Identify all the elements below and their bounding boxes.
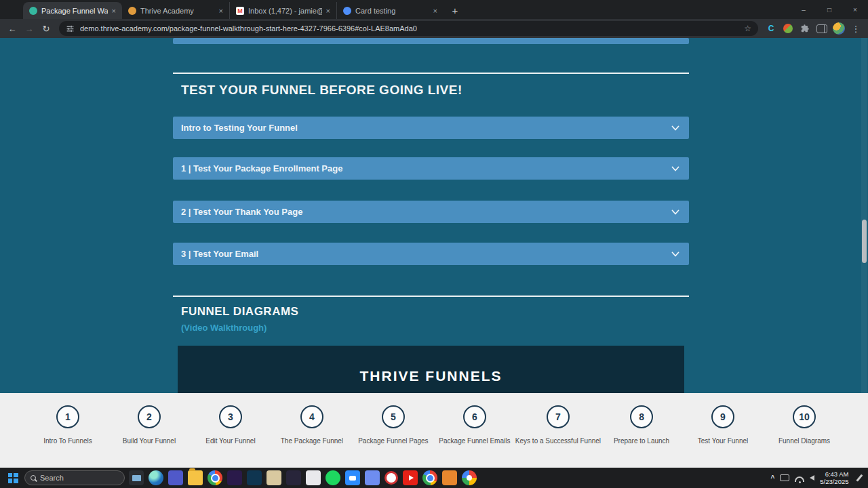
- address-bar[interactable]: demo.thrive-academy.com/package-funnel-w…: [59, 21, 758, 36]
- profile-avatar[interactable]: [832, 22, 846, 35]
- chrome-icon[interactable]: [208, 470, 222, 485]
- pen-icon[interactable]: [856, 474, 863, 482]
- tab-gmail-inbox[interactable]: M Inbox (1,472) - jamie@thrive-a ×: [229, 2, 336, 19]
- step-the-package-funnel[interactable]: 4 The Package Funnel: [271, 405, 353, 468]
- refresh-button[interactable]: ↻: [39, 24, 53, 34]
- new-tab-button[interactable]: +: [446, 2, 464, 19]
- taskbar: ^ 6:43 AM 5/23/2025: [0, 468, 868, 488]
- photoshop-icon[interactable]: [247, 470, 262, 485]
- tray-expand-icon[interactable]: ^: [770, 474, 774, 482]
- accordion-test-thank-you-page[interactable]: 2 | Test Your Thank You Page: [173, 201, 689, 223]
- monitor-app-icon[interactable]: [129, 470, 144, 485]
- section-divider: [173, 73, 689, 74]
- step-build-your-funnel[interactable]: 2 Build Your Funnel: [108, 405, 190, 468]
- chevron-down-icon: [670, 163, 681, 174]
- scrollbar-thumb[interactable]: [862, 220, 867, 263]
- step-package-funnel-pages[interactable]: 5 Package Funnel Pages: [353, 405, 434, 468]
- spotify-icon[interactable]: [326, 470, 340, 485]
- step-label: Funnel Diagrams: [778, 437, 830, 445]
- volume-icon[interactable]: [810, 475, 814, 481]
- paint-app-icon[interactable]: [462, 470, 477, 485]
- extension-colorpick-icon[interactable]: [781, 24, 795, 33]
- clock-time: 6:43 AM: [820, 470, 848, 478]
- extensions-puzzle-icon[interactable]: [798, 24, 812, 33]
- bookmark-star-icon[interactable]: ☆: [744, 24, 751, 33]
- step-label: Edit Your Funnel: [205, 437, 255, 445]
- taskbar-search[interactable]: [24, 470, 125, 485]
- edge-icon[interactable]: [149, 470, 163, 485]
- start-button[interactable]: [5, 470, 20, 485]
- page-scrollbar[interactable]: [861, 38, 867, 468]
- file-explorer-icon[interactable]: [188, 470, 203, 485]
- notes-app-icon[interactable]: [267, 470, 281, 485]
- forward-button[interactable]: →: [22, 24, 36, 34]
- browser-toolbar: ← → ↻ demo.thrive-academy.com/package-fu…: [0, 19, 868, 38]
- notepad-icon[interactable]: [306, 470, 321, 485]
- step-label: The Package Funnel: [281, 437, 343, 445]
- accordion-label: 3 | Test Your Email: [181, 249, 670, 259]
- step-number: 3: [219, 405, 242, 428]
- tab-package-funnel-walkthrough[interactable]: Package Funnel Walkthrough ( ×: [23, 2, 122, 19]
- step-label: Build Your Funnel: [123, 437, 176, 445]
- accordion-label: 2 | Test Your Thank You Page: [181, 207, 670, 217]
- maximize-button[interactable]: □: [816, 0, 842, 19]
- accordion-label: Intro to Testing Your Funnel: [181, 123, 670, 133]
- premiere-icon[interactable]: [227, 470, 242, 485]
- wifi-icon[interactable]: [795, 476, 804, 482]
- video-walkthrough-link[interactable]: (Video Walkthrough): [181, 323, 267, 333]
- tab-title: Card testing: [355, 7, 429, 15]
- section-divider: [173, 296, 689, 297]
- step-prepare-to-launch[interactable]: 8 Prepare to Launch: [601, 405, 682, 468]
- youtube-icon[interactable]: [403, 470, 418, 485]
- system-tray: ^ 6:43 AM 5/23/2025: [770, 470, 864, 485]
- windows-logo-icon: [8, 473, 18, 483]
- step-package-funnel-emails[interactable]: 6 Package Funnel Emails: [434, 405, 515, 468]
- accordion-test-your-email[interactable]: 3 | Test Your Email: [173, 243, 689, 265]
- step-number: 7: [547, 405, 570, 428]
- steps-nav: 1 Intro To Funnels 2 Build Your Funnel 3…: [0, 393, 868, 468]
- back-button[interactable]: ←: [5, 24, 19, 34]
- taskbar-clock[interactable]: 6:43 AM 5/23/2025: [820, 470, 848, 485]
- close-tab-icon[interactable]: ×: [112, 7, 116, 15]
- close-tab-icon[interactable]: ×: [433, 7, 437, 15]
- site-info-icon[interactable]: [66, 24, 75, 33]
- zoom-icon[interactable]: [345, 470, 360, 485]
- minimize-button[interactable]: –: [791, 0, 816, 19]
- taskbar-apps: [129, 470, 477, 485]
- tab-title: Package Funnel Walkthrough (: [41, 7, 108, 15]
- step-keys-to-successful-funnel[interactable]: 7 Keys to a Successful Funnel: [515, 405, 601, 468]
- gmail-favicon: M: [236, 7, 244, 15]
- browser-menu-icon[interactable]: ⋮: [849, 24, 863, 34]
- extension-c-icon[interactable]: C: [764, 24, 778, 33]
- tab-favicon-card-testing: [343, 7, 351, 15]
- chrome-secondary-icon[interactable]: [422, 470, 437, 485]
- close-window-button[interactable]: ×: [842, 0, 868, 19]
- tab-title: Thrive Academy: [140, 7, 215, 15]
- step-number: 9: [711, 405, 734, 428]
- step-funnel-diagrams[interactable]: 10 Funnel Diagrams: [764, 405, 845, 468]
- step-test-your-funnel[interactable]: 9 Test Your Funnel: [682, 405, 764, 468]
- step-label: Prepare to Launch: [614, 437, 669, 445]
- search-input[interactable]: [40, 474, 108, 482]
- tab-thrive-academy[interactable]: Thrive Academy ×: [122, 2, 229, 19]
- tab-favicon-thrive: [128, 7, 136, 15]
- accordion-label: 1 | Test Your Package Enrollment Page: [181, 163, 670, 174]
- orange-files-icon[interactable]: [442, 470, 457, 485]
- display-tray-icon[interactable]: [780, 474, 789, 481]
- accordion-partial-top[interactable]: [173, 38, 689, 44]
- teams-icon[interactable]: [168, 470, 183, 485]
- mail-app-icon[interactable]: [365, 470, 380, 485]
- step-intro-to-funnels[interactable]: 1 Intro To Funnels: [27, 405, 108, 468]
- side-panel-icon[interactable]: [815, 24, 829, 33]
- close-tab-icon[interactable]: ×: [219, 7, 223, 15]
- record-app-icon[interactable]: [384, 471, 398, 485]
- url-text[interactable]: demo.thrive-academy.com/package-funnel-w…: [80, 24, 738, 33]
- close-tab-icon[interactable]: ×: [326, 7, 330, 15]
- step-edit-your-funnel[interactable]: 3 Edit Your Funnel: [190, 405, 271, 468]
- step-label: Test Your Funnel: [698, 437, 749, 445]
- tab-card-testing[interactable]: Card testing ×: [336, 2, 443, 19]
- obsidian-icon[interactable]: [286, 470, 301, 485]
- step-label: Package Funnel Emails: [439, 437, 510, 445]
- accordion-intro-to-testing[interactable]: Intro to Testing Your Funnel: [173, 117, 689, 139]
- accordion-test-enrollment-page[interactable]: 1 | Test Your Package Enrollment Page: [173, 157, 689, 180]
